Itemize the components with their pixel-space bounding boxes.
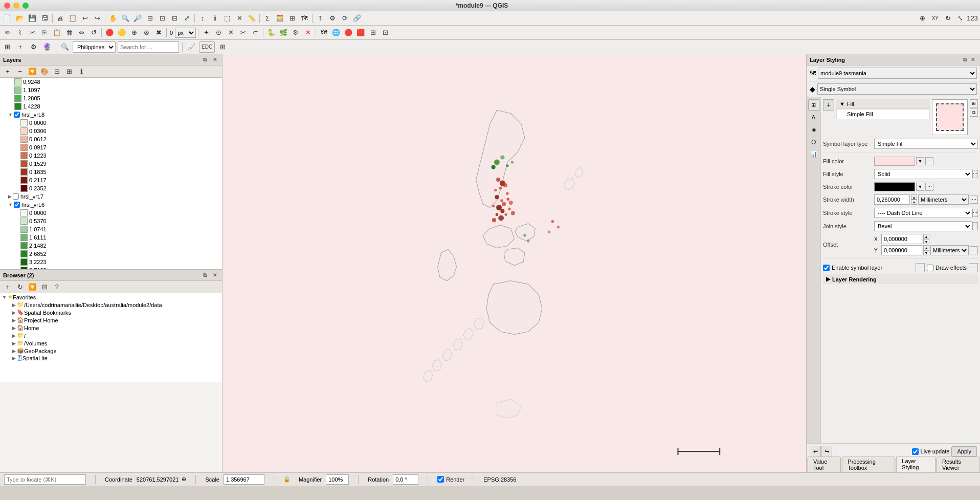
preview-btn1[interactable]: ⊞ xyxy=(970,99,978,107)
layers-toggle-button[interactable]: ⊞ xyxy=(2,41,13,53)
identify-button[interactable]: ℹ xyxy=(209,13,220,24)
offset-x-input[interactable] xyxy=(881,234,922,244)
deselect-button[interactable]: ✕ xyxy=(234,13,245,24)
stroke-color-options[interactable]: ⋯ xyxy=(925,183,933,191)
snap-button[interactable]: 🔴 xyxy=(104,27,115,38)
stroke-style-select[interactable]: ---- Dash Dot Line xyxy=(874,208,972,218)
layer-rendering-header[interactable]: ▶ Layer Rendering xyxy=(823,274,978,284)
sum-button[interactable]: Σ xyxy=(262,13,273,24)
fill-color-dropdown[interactable]: ▼ xyxy=(916,157,924,165)
layer-options-button[interactable]: ⚙ xyxy=(28,41,39,53)
snap3-button[interactable]: ⊕ xyxy=(128,27,140,38)
edit2-button[interactable]: ✂ xyxy=(27,27,38,38)
virtual-layer-button[interactable]: ⊡ xyxy=(380,27,391,38)
stroke-width-unit-select[interactable]: Millimeters xyxy=(918,194,969,205)
zoom-selection-button[interactable]: ⊟ xyxy=(169,13,180,24)
render-checkbox[interactable] xyxy=(437,476,444,483)
enable-symbol-options[interactable]: ⋯ xyxy=(916,263,925,272)
open-project-button[interactable]: 📂 xyxy=(14,13,26,24)
google-button[interactable]: 🔴 xyxy=(343,27,354,38)
browser-filter-button[interactable]: 🔽 xyxy=(27,281,38,293)
symbol-type-select[interactable]: Single Symbol xyxy=(817,83,977,95)
stroke-width-up[interactable]: ▲ xyxy=(911,194,917,200)
add-layer-tb-button[interactable]: + xyxy=(2,66,13,77)
osm-button[interactable]: 🗺 xyxy=(318,27,329,38)
tab-results-viewer[interactable]: Results Viewer xyxy=(937,456,980,472)
browser-item[interactable]: ▶ 🏠 Home xyxy=(0,324,222,332)
save-as-button[interactable]: 🖫 xyxy=(39,13,50,24)
snap2-button[interactable]: 🟡 xyxy=(116,27,127,38)
node-edit-button[interactable]: ✦ xyxy=(201,27,212,38)
snap4-button[interactable]: ⊗ xyxy=(141,27,152,38)
print2-button[interactable]: 📋 xyxy=(67,13,78,24)
symbol-layer-type-select[interactable]: Simple Fill xyxy=(874,139,978,149)
join-style-select[interactable]: Bevel xyxy=(874,221,972,231)
browser-favorites[interactable]: ▼ ★ Favorites xyxy=(0,293,222,301)
zoom-in-button[interactable]: 🔍 xyxy=(120,13,131,24)
3d-icon[interactable]: ⬡ xyxy=(808,136,819,147)
save-project-button[interactable]: 💾 xyxy=(27,13,38,24)
stroke-width-input[interactable] xyxy=(874,194,910,205)
heatmap-button[interactable]: 🟥 xyxy=(355,27,366,38)
browser-item[interactable]: ▶ 🏠 Project Home xyxy=(0,316,222,324)
styling-float-button[interactable]: ⧉ xyxy=(961,56,969,64)
digitize-button[interactable]: ⌇ xyxy=(14,27,26,38)
offset-x-up[interactable]: ▲ xyxy=(923,234,929,239)
browser-item[interactable]: ▶ 📁 /Users/codrinamariailie/Desktop/aust… xyxy=(0,301,222,309)
stroke-style-options[interactable]: ⋯ xyxy=(972,209,978,217)
pan-button[interactable]: ✋ xyxy=(107,13,119,24)
angle-unit-select[interactable]: px mm xyxy=(175,28,196,38)
browser-content[interactable]: ▼ ★ Favorites ▶ 📁 /Users/codrinamariaili… xyxy=(0,293,222,382)
browser-item[interactable]: ▶ 📁 / xyxy=(0,332,222,339)
split-button[interactable]: ✂ xyxy=(237,27,249,38)
expand-all-button[interactable]: ⊞ xyxy=(63,66,75,77)
copy-button[interactable]: ⎘ xyxy=(39,27,50,38)
del-ring-button[interactable]: ✕ xyxy=(225,27,236,38)
merge-button[interactable]: ⊂ xyxy=(250,27,261,38)
map-tips-button[interactable]: 🗺 xyxy=(299,13,310,24)
map-canvas[interactable] xyxy=(222,54,806,472)
browser-collapse-button[interactable]: ⊟ xyxy=(39,281,50,293)
layer-group-hrsl8[interactable]: ▼ hrsl_vrt.8 xyxy=(0,111,222,119)
fill-color-swatch[interactable] xyxy=(874,157,915,166)
rotation-input[interactable] xyxy=(393,474,418,485)
zoom-out-button[interactable]: 🔎 xyxy=(132,13,143,24)
fill-style-options[interactable]: ⋯ xyxy=(972,170,978,178)
label-icon[interactable]: A xyxy=(808,112,819,123)
python-button[interactable]: 🐍 xyxy=(265,27,277,38)
print-button[interactable]: 🖨 xyxy=(55,13,66,24)
add-symbol-button[interactable]: + xyxy=(823,99,834,111)
xy-button[interactable]: XY xyxy=(929,13,941,24)
undo-button[interactable]: ↩ xyxy=(79,13,91,24)
stroke-width-down[interactable]: ▼ xyxy=(911,200,917,205)
select-button[interactable]: ⬚ xyxy=(221,13,233,24)
zoom-layer-button[interactable]: ⊡ xyxy=(157,13,168,24)
stroke-color-dropdown[interactable]: ▼ xyxy=(916,183,924,191)
magnifier-input[interactable] xyxy=(326,474,349,485)
add-layer-button[interactable]: + xyxy=(15,41,26,53)
simple-fill-row[interactable]: Simple Fill xyxy=(836,109,930,119)
layer-group-hrsl6[interactable]: ▼ hrsl_vrt.6 xyxy=(0,201,222,209)
layers-list[interactable]: 0,9248 1,1097 1,2805 1,4228 ▼ xyxy=(0,78,222,269)
fill-style-select[interactable]: Solid xyxy=(874,169,972,179)
apply-button[interactable]: Apply xyxy=(951,446,977,456)
layers-close-button[interactable]: ✕ xyxy=(211,56,219,64)
measure-button[interactable]: 📏 xyxy=(246,13,257,24)
undo-style-button[interactable]: ↩ xyxy=(810,446,821,457)
tab-layer-styling[interactable]: Layer Styling xyxy=(896,456,936,472)
browser-help-button[interactable]: ? xyxy=(51,281,62,293)
bing-button[interactable]: 🌐 xyxy=(330,27,342,38)
scale-input[interactable] xyxy=(224,474,264,485)
join-style-options[interactable]: ⋯ xyxy=(972,222,978,230)
layer-group-checkbox[interactable] xyxy=(14,202,20,208)
enable-symbol-checkbox[interactable] xyxy=(823,265,830,271)
grid-button[interactable]: ⊞ xyxy=(217,41,228,53)
layer-group-checkbox[interactable] xyxy=(13,193,19,200)
collapse-all-button[interactable]: ⊟ xyxy=(51,66,62,77)
zoom-native-button[interactable]: ⤢ xyxy=(181,13,192,24)
live-update-checkbox[interactable] xyxy=(912,448,919,455)
layer-group-hrsl7[interactable]: ▶ hrsl_vrt.7 xyxy=(0,192,222,201)
calc-button[interactable]: 🧮 xyxy=(274,13,285,24)
mask-icon[interactable]: ◈ xyxy=(808,124,819,135)
preview-btn2[interactable]: ⧉ xyxy=(970,108,978,117)
